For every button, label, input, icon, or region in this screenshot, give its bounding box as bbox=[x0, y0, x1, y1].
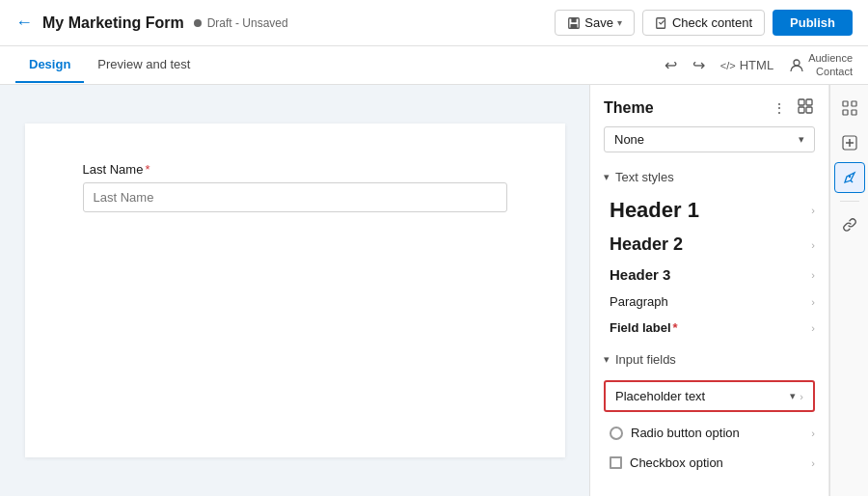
theme-chevron-icon: ▾ bbox=[799, 133, 804, 146]
tab-preview-label: Preview and test bbox=[97, 57, 190, 71]
back-button[interactable]: ← bbox=[15, 13, 33, 33]
h1-label: Header 1 bbox=[610, 198, 699, 223]
text-styles-section-header[interactable]: ▾ Text styles bbox=[590, 162, 828, 192]
radio-circle-icon bbox=[610, 427, 623, 440]
topbar-left: ← My Marketing Form Draft - Unsaved bbox=[15, 13, 288, 33]
svg-rect-9 bbox=[843, 101, 848, 106]
style-tool-button[interactable] bbox=[834, 162, 865, 193]
svg-rect-11 bbox=[843, 110, 848, 115]
panel-layout-button[interactable] bbox=[796, 96, 815, 119]
add-tool-icon bbox=[842, 135, 857, 151]
svg-rect-6 bbox=[806, 99, 812, 105]
draft-badge: Draft - Unsaved bbox=[194, 16, 288, 30]
p-chevron-icon: › bbox=[811, 296, 815, 308]
check-content-icon bbox=[655, 16, 668, 30]
save-button[interactable]: Save ▾ bbox=[555, 10, 635, 36]
field-label-style-text: Field label * bbox=[610, 320, 678, 335]
subnav: Design Preview and test ↩ ↪ </> HTML Aud… bbox=[0, 46, 868, 85]
undo-icon: ↩ bbox=[665, 56, 677, 74]
field-label-required-star: * bbox=[673, 320, 678, 335]
panel-header: Theme ⋮ bbox=[590, 85, 828, 126]
tab-preview[interactable]: Preview and test bbox=[84, 47, 203, 83]
style-item-paragraph[interactable]: Paragraph › bbox=[590, 289, 828, 315]
html-button[interactable]: </> HTML bbox=[720, 58, 773, 72]
save-icon bbox=[567, 16, 581, 30]
placeholder-dropdown-icon: ▾ bbox=[790, 390, 796, 402]
tab-design-label: Design bbox=[29, 57, 70, 71]
svg-point-4 bbox=[794, 60, 800, 66]
form-container: Last Name * bbox=[25, 124, 565, 457]
last-name-field-group: Last Name * bbox=[83, 162, 507, 212]
subnav-tabs: Design Preview and test bbox=[15, 47, 203, 83]
tool-divider bbox=[840, 201, 859, 202]
h2-chevron-icon: › bbox=[811, 239, 815, 251]
radio-button-item[interactable]: Radio button option › bbox=[590, 418, 828, 448]
placeholder-text-item[interactable]: Placeholder text ▾ › bbox=[604, 380, 815, 412]
panel-more-button[interactable]: ⋮ bbox=[771, 96, 788, 119]
svg-rect-8 bbox=[806, 107, 812, 113]
page-title: My Marketing Form bbox=[42, 14, 184, 32]
radio-chevron-icon: › bbox=[811, 427, 815, 439]
placeholder-arrow-icon: › bbox=[800, 391, 803, 402]
required-star: * bbox=[145, 162, 149, 177]
last-name-input[interactable] bbox=[83, 182, 507, 212]
radio-label: Radio button option bbox=[631, 426, 740, 440]
theme-selector[interactable]: None ▾ bbox=[604, 126, 815, 152]
main-layout: Last Name * Theme ⋮ bbox=[0, 85, 868, 496]
field-label-text: Last Name bbox=[83, 162, 144, 177]
tab-design[interactable]: Design bbox=[15, 47, 84, 83]
field-label: Last Name * bbox=[83, 162, 507, 177]
p-label: Paragraph bbox=[610, 294, 668, 309]
h3-chevron-icon: › bbox=[811, 269, 815, 281]
text-styles-chevron-icon: ▾ bbox=[604, 171, 610, 183]
svg-rect-5 bbox=[799, 99, 804, 105]
draft-label: Draft - Unsaved bbox=[207, 16, 288, 30]
input-fields-chevron-icon: ▾ bbox=[604, 353, 610, 366]
save-label: Save bbox=[584, 15, 613, 30]
panel-main: Theme ⋮ No bbox=[590, 85, 829, 496]
text-styles-label: Text styles bbox=[615, 170, 674, 184]
field-label-chevron-icon: › bbox=[811, 322, 815, 334]
link-tool-button[interactable] bbox=[834, 209, 865, 240]
topbar: ← My Marketing Form Draft - Unsaved Save… bbox=[0, 0, 868, 46]
subnav-right: ↩ ↪ </> HTML Audience Contact bbox=[665, 52, 853, 77]
audience-button[interactable]: Audience Contact bbox=[789, 52, 853, 77]
check-content-label: Check content bbox=[672, 15, 752, 30]
checkbox-label: Checkbox option bbox=[630, 455, 723, 470]
h1-chevron-icon: › bbox=[811, 205, 815, 216]
draft-dot-icon bbox=[194, 19, 202, 27]
topbar-right: Save ▾ Check content Publish bbox=[555, 10, 853, 36]
html-label: HTML bbox=[740, 58, 773, 72]
svg-rect-7 bbox=[799, 107, 804, 113]
checkbox-square-icon bbox=[610, 456, 622, 469]
undo-button[interactable]: ↩ bbox=[665, 56, 677, 74]
style-item-h3[interactable]: Header 3 › bbox=[590, 261, 828, 289]
style-item-h1[interactable]: Header 1 › bbox=[590, 192, 828, 229]
publish-label: Publish bbox=[790, 15, 835, 30]
audience-icon bbox=[789, 58, 804, 73]
grid-tool-button[interactable] bbox=[834, 93, 865, 124]
panel-header-icons: ⋮ bbox=[771, 96, 815, 119]
publish-button[interactable]: Publish bbox=[773, 10, 853, 36]
style-tool-icon bbox=[842, 170, 857, 185]
link-tool-icon bbox=[842, 217, 857, 233]
style-item-field-label[interactable]: Field label * › bbox=[590, 315, 828, 341]
input-fields-label: Input fields bbox=[615, 352, 676, 367]
canvas-area: Last Name * bbox=[0, 85, 589, 496]
checkbox-item[interactable]: Checkbox option › bbox=[590, 448, 828, 478]
style-item-h2[interactable]: Header 2 › bbox=[590, 229, 828, 261]
redo-button[interactable]: ↪ bbox=[692, 56, 705, 74]
svg-rect-1 bbox=[572, 17, 577, 21]
layout-icon bbox=[798, 98, 813, 114]
input-fields-section-header[interactable]: ▾ Input fields bbox=[590, 344, 828, 374]
check-content-button[interactable]: Check content bbox=[642, 10, 765, 36]
more-icon: ⋮ bbox=[773, 100, 786, 116]
add-tool-button[interactable] bbox=[834, 127, 865, 158]
audience-line1: Audience bbox=[808, 52, 853, 65]
audience-line2: Contact bbox=[816, 66, 853, 78]
svg-rect-10 bbox=[852, 101, 856, 106]
theme-value: None bbox=[614, 132, 644, 147]
save-chevron-icon: ▾ bbox=[617, 17, 622, 28]
svg-point-17 bbox=[848, 176, 850, 178]
h2-label: Header 2 bbox=[610, 234, 683, 255]
